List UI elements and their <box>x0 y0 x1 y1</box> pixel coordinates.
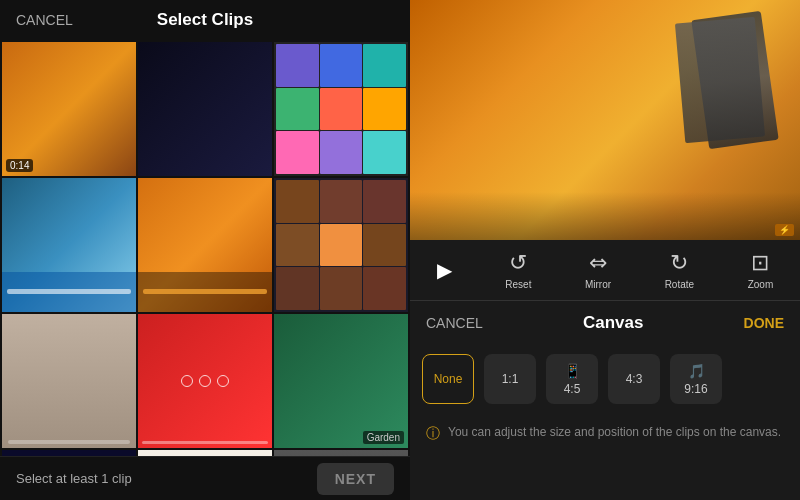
preview-image: ⚡ <box>410 0 800 240</box>
ratio-1-1-label: 1:1 <box>502 372 519 386</box>
ratio-9-16-icon: 🎵 <box>688 363 705 379</box>
list-item[interactable]: 0:53 <box>274 450 408 456</box>
list-item[interactable] <box>274 178 408 312</box>
list-item[interactable] <box>2 178 136 312</box>
ratio-4-5-button[interactable]: 📱 4:5 <box>546 354 598 404</box>
rotate-control[interactable]: ↻ Rotate <box>665 250 694 290</box>
clip-grid-container: 0:14 <box>0 40 410 456</box>
clip-duration: 0:14 <box>6 159 33 172</box>
ratio-1-1-button[interactable]: 1:1 <box>484 354 536 404</box>
mirror-icon: ⇔ <box>589 250 607 276</box>
left-panel: CANCEL Select Clips 0:14 <box>0 0 410 500</box>
list-item[interactable] <box>138 42 272 176</box>
ratio-4-5-label: 4:5 <box>564 382 581 396</box>
ratio-none-label: None <box>434 372 463 386</box>
play-button[interactable]: ▶ <box>437 258 452 282</box>
ratio-bar: None 1:1 📱 4:5 4:3 🎵 9:16 <box>410 344 800 414</box>
canvas-title: Canvas <box>583 313 643 333</box>
list-item[interactable] <box>2 314 136 448</box>
reset-label: Reset <box>505 279 531 290</box>
select-message: Select at least 1 clip <box>16 471 132 486</box>
reset-control[interactable]: ↺ Reset <box>505 250 531 290</box>
zoom-icon: ⊡ <box>751 250 769 276</box>
ratio-4-3-label: 4:3 <box>626 372 643 386</box>
info-bar: ⓘ You can adjust the size and position o… <box>410 414 800 500</box>
left-footer: Select at least 1 clip NEXT <box>0 456 410 500</box>
next-button[interactable]: NEXT <box>317 463 394 495</box>
ratio-4-3-button[interactable]: 4:3 <box>608 354 660 404</box>
list-item[interactable] <box>138 450 272 456</box>
left-header: CANCEL Select Clips <box>0 0 410 40</box>
canvas-cancel-button[interactable]: CANCEL <box>426 315 483 331</box>
mirror-control[interactable]: ⇔ Mirror <box>585 250 611 290</box>
page-title: Select Clips <box>157 10 253 30</box>
list-item[interactable]: Buy a Bank Accounts YT.0K Credits discov… <box>2 450 136 456</box>
reset-icon: ↺ <box>509 250 527 276</box>
zoom-control[interactable]: ⊡ Zoom <box>748 250 774 290</box>
clip-grid: 0:14 <box>2 42 408 456</box>
ratio-9-16-label: 9:16 <box>684 382 707 396</box>
list-item[interactable] <box>138 314 272 448</box>
zoom-label: Zoom <box>748 279 774 290</box>
ratio-none-button[interactable]: None <box>422 354 474 404</box>
controls-bar: ▶ ↺ Reset ⇔ Mirror ↻ Rotate ⊡ Zoom <box>410 240 800 300</box>
canvas-done-button[interactable]: DONE <box>744 315 784 331</box>
cancel-button[interactable]: CANCEL <box>16 12 73 28</box>
rotate-icon: ↻ <box>670 250 688 276</box>
canvas-header: CANCEL Canvas DONE <box>410 300 800 344</box>
list-item[interactable]: Garden <box>274 314 408 448</box>
right-panel: ⚡ ▶ ↺ Reset ⇔ Mirror ↻ Rotate ⊡ Zoom CAN… <box>410 0 800 500</box>
list-item[interactable] <box>138 178 272 312</box>
list-item[interactable]: 0:14 <box>2 42 136 176</box>
ratio-9-16-button[interactable]: 🎵 9:16 <box>670 354 722 404</box>
info-text: You can adjust the size and position of … <box>448 424 781 441</box>
rotate-label: Rotate <box>665 279 694 290</box>
info-icon: ⓘ <box>426 425 440 443</box>
preview-area: ⚡ <box>410 0 800 240</box>
list-item[interactable] <box>274 42 408 176</box>
mirror-label: Mirror <box>585 279 611 290</box>
ratio-4-5-icon: 📱 <box>564 363 581 379</box>
